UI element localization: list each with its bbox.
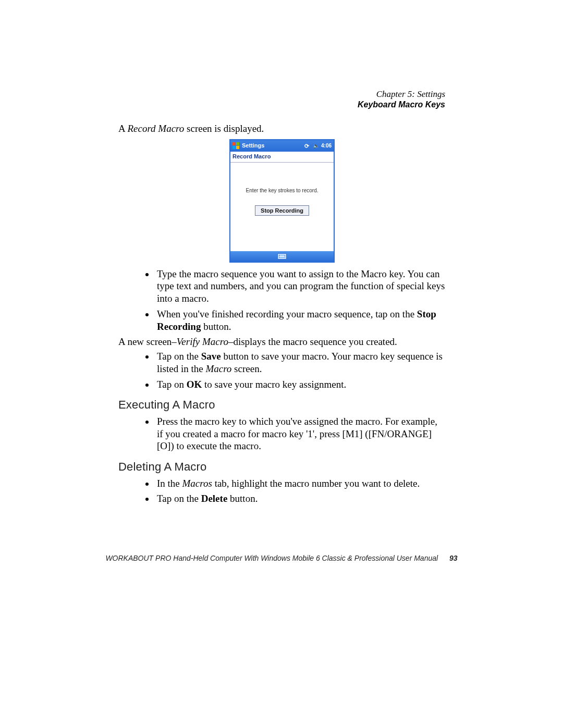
section-label: Keyboard Macro Keys <box>358 100 445 109</box>
tab-record-macro: Record Macro <box>230 152 334 163</box>
text: –displays the macro sequence you created… <box>228 336 397 347</box>
text: to save your macro key assignment. <box>202 379 346 390</box>
instruction-list-1: Type the macro sequence you want to assi… <box>118 268 446 333</box>
list-item: Type the macro sequence you want to assi… <box>155 268 446 305</box>
list-item: Tap on OK to save your macro key assignm… <box>155 378 446 391</box>
intro-paragraph: A Record Macro screen is displayed. <box>118 122 446 135</box>
list-item: Tap on the Save button to save your macr… <box>155 350 446 375</box>
text: When you've finished recording your macr… <box>157 309 417 319</box>
page-footer: WORKABOUT PRO Hand-Held Computer With Wi… <box>0 554 563 562</box>
heading-deleting-macro: Deleting A Macro <box>118 460 446 474</box>
windows-flag-icon <box>232 142 240 150</box>
list-item: In the Macros tab, highlight the macro n… <box>155 477 446 490</box>
instruction-list-del: In the Macros tab, highlight the macro n… <box>118 477 446 505</box>
titlebar: Settings 4:06 <box>230 140 334 152</box>
verify-paragraph: A new screen–Verify Macro–displays the m… <box>118 336 446 348</box>
chapter-label: Chapter 5: Settings <box>358 89 445 100</box>
screenshot-figure: Settings 4:06 Record Macro Enter the key… <box>229 139 335 263</box>
list-item: Tap on the Delete button. <box>155 492 446 505</box>
heading-executing-macro: Executing A Macro <box>118 398 446 412</box>
clock-time: 4:06 <box>321 143 332 150</box>
text: button. <box>227 493 258 504</box>
footer-text: WORKABOUT PRO Hand-Held Computer With Wi… <box>105 554 438 562</box>
text: Tap on the <box>157 351 201 362</box>
italic-text: Macros <box>182 478 212 489</box>
content-column: A Record Macro screen is displayed. Sett… <box>118 122 446 508</box>
text: A <box>118 123 127 134</box>
bottom-bar <box>230 251 334 262</box>
list-item: Press the macro key to which you've assi… <box>155 415 446 452</box>
prompt-text: Enter the key strokes to record. <box>246 188 319 194</box>
screen-name-italic: Verify Macro <box>177 336 228 347</box>
text: A new screen– <box>118 336 177 347</box>
bold-text: Save <box>201 351 221 362</box>
volume-icon <box>313 143 319 149</box>
screen-name-italic: Record Macro <box>127 123 184 134</box>
instruction-list-2: Tap on the Save button to save your macr… <box>118 350 446 390</box>
text: Tap on the <box>157 493 201 504</box>
bold-text: Delete <box>201 493 228 504</box>
instruction-list-exec: Press the macro key to which you've assi… <box>118 415 446 452</box>
bold-text: OK <box>187 379 202 390</box>
keyboard-icon <box>277 253 287 260</box>
text: In the <box>157 478 182 489</box>
text: screen. <box>231 363 262 374</box>
screenshot-body: Enter the key strokes to record. Stop Re… <box>230 163 334 251</box>
text: Tap on <box>157 379 187 390</box>
document-page: Chapter 5: Settings Keyboard Macro Keys … <box>0 0 563 728</box>
device-screenshot: Settings 4:06 Record Macro Enter the key… <box>229 139 335 263</box>
stop-recording-button[interactable]: Stop Recording <box>255 205 309 216</box>
list-item: When you've finished recording your macr… <box>155 308 446 333</box>
sync-icon <box>304 143 311 149</box>
text: tab, highlight the macro number you want… <box>212 478 420 489</box>
page-number: 93 <box>449 554 458 562</box>
italic-text: Macro <box>205 363 231 374</box>
text: button. <box>201 321 231 332</box>
text: screen is displayed. <box>184 123 264 134</box>
titlebar-title: Settings <box>242 142 264 150</box>
page-header: Chapter 5: Settings Keyboard Macro Keys <box>358 89 445 109</box>
